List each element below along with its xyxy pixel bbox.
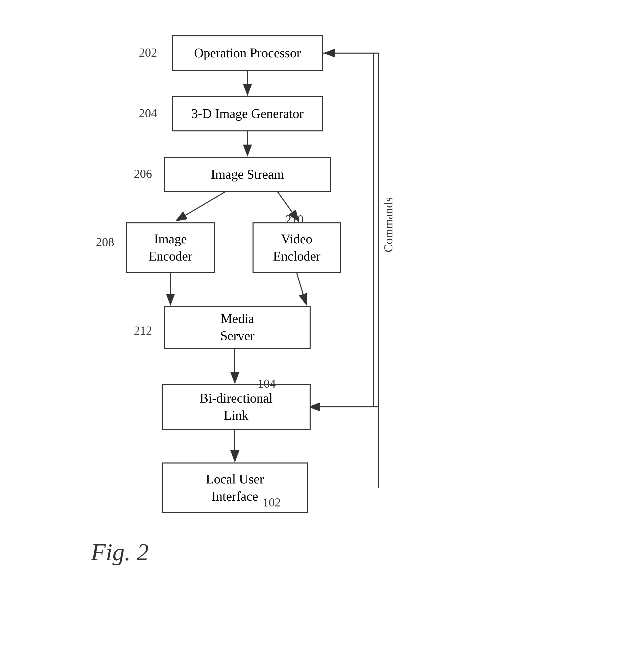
ref-212: 212 xyxy=(134,323,152,337)
bi-directional-link-label: Bi-directionalLink xyxy=(200,390,273,424)
ref-202: 202 xyxy=(139,46,157,59)
ref-102: 102 xyxy=(262,495,281,509)
image-stream-box: Image Stream xyxy=(164,157,331,192)
figure-label: Fig. 2 xyxy=(91,538,149,566)
image-encoder-box: ImageEncoder xyxy=(126,222,215,273)
commands-label: Commands xyxy=(381,197,395,253)
ref-206: 206 xyxy=(134,167,152,181)
ref-210: 210 xyxy=(285,212,303,226)
media-server-box: MediaServer xyxy=(164,306,310,349)
diagram: Operation Processor 202 3-D Image Genera… xyxy=(76,20,530,652)
media-server-label: MediaServer xyxy=(220,310,254,344)
ref-208: 208 xyxy=(96,235,114,249)
video-encoder-label: VideoEncloder xyxy=(273,231,321,265)
bi-directional-link-box: Bi-directionalLink xyxy=(161,384,310,430)
operation-processor-box: Operation Processor xyxy=(172,35,323,71)
local-ui-label: Local UserInterface xyxy=(206,471,264,505)
image-generator-label: 3-D Image Generator xyxy=(192,105,304,122)
image-stream-label: Image Stream xyxy=(211,166,284,183)
svg-line-6 xyxy=(297,273,306,304)
video-encoder-box: VideoEncloder xyxy=(252,222,341,273)
ref-204: 204 xyxy=(139,106,157,120)
local-ui-box: Local UserInterface xyxy=(161,462,308,513)
operation-processor-label: Operation Processor xyxy=(194,45,301,62)
image-encoder-label: ImageEncoder xyxy=(149,231,192,265)
ref-104: 104 xyxy=(257,377,276,390)
svg-line-3 xyxy=(177,192,225,220)
image-generator-box: 3-D Image Generator xyxy=(172,96,323,131)
